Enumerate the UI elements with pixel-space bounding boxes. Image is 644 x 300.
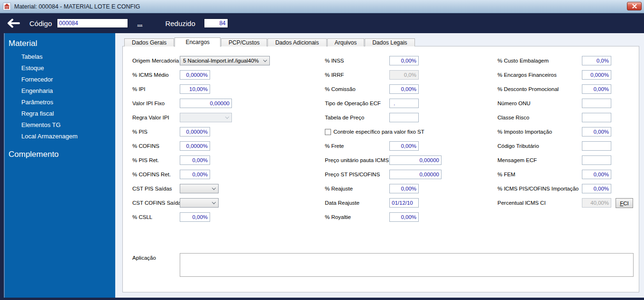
tab-arquivos[interactable]: Arquivos [327, 38, 365, 46]
pis-ret-label: % PIS Ret. [132, 157, 180, 163]
custo-embalagem-input[interactable] [582, 56, 611, 65]
fem-input[interactable] [582, 170, 611, 179]
form-row: % COFINS [132, 141, 210, 151]
sidebar-item-parametros[interactable]: Parâmetros [21, 99, 53, 106]
codigo-lookup-link[interactable]: ... [138, 20, 143, 27]
form-row: % FEM [497, 170, 611, 179]
navigation-toolbar: Código ... Reduzido [0, 13, 644, 33]
reajuste-label: % Reajuste [325, 186, 389, 191]
pis-label: % PIS [132, 129, 180, 135]
tab-dados-legais[interactable]: Dados Legais [365, 38, 414, 46]
form-row: Regra Valor IPI [132, 113, 232, 122]
codigo-label: Código [29, 19, 52, 27]
sidebar-item-local-armazenagem[interactable]: Local Armazenagem [21, 133, 78, 140]
fci-button[interactable]: FCI [616, 198, 633, 208]
regra-valor-ipi-label: Regra Valor IPI [132, 115, 180, 120]
sidebar-item-regra-fiscal[interactable]: Regra fiscal [21, 110, 54, 117]
numero-onu-label: Número ONU [497, 100, 582, 106]
data-reajuste-input[interactable] [389, 198, 419, 208]
form-row: % PIS Ret. [132, 155, 210, 165]
sidebar-accent-strip [0, 33, 5, 298]
reduzido-input[interactable] [204, 18, 228, 28]
chevron-down-icon [212, 200, 216, 204]
frete-input[interactable] [389, 141, 419, 151]
controle-st-checkbox[interactable] [325, 129, 331, 135]
codigo-tributario-label: Código Tributário [497, 143, 582, 149]
icms-pis-cofins-importacao-label: % ICMS PIS/COFINS Importação [497, 186, 582, 191]
sidebar-section-complemento[interactable]: Complemento [9, 150, 59, 159]
bottom-border-strip [0, 298, 644, 300]
preco-st-pis-cofins-input[interactable] [389, 170, 442, 179]
form-row: % COFINS Ret. [132, 170, 210, 179]
icms-pis-cofins-importacao-input[interactable] [582, 184, 611, 193]
classe-risco-input[interactable] [582, 113, 611, 122]
codigo-tributario-input[interactable] [582, 141, 611, 151]
chevron-down-icon [263, 58, 267, 62]
controle-st-label[interactable]: Controle específico para valor fixo ST [333, 129, 424, 135]
cst-cofins-saidas-select[interactable] [180, 198, 219, 208]
sidebar-item-fornecedor[interactable]: Fornecedor [21, 76, 53, 83]
csll-input[interactable] [180, 212, 210, 222]
mensagem-ecf-label: Mensagem ECF [497, 157, 582, 163]
tab-encargos[interactable]: Encargos [175, 37, 221, 47]
desconto-promocional-input[interactable] [582, 84, 611, 94]
form-row: % ICMS PIS/COFINS Importação [497, 184, 611, 193]
form-row: Controle específico para valor fixo ST [325, 127, 424, 136]
form-row: % Desconto Promocional [497, 84, 611, 94]
form-row: Preço unitário pauta ICMS [325, 155, 442, 165]
cofins-ret-input[interactable] [180, 170, 210, 179]
pis-input[interactable] [180, 127, 210, 136]
sidebar-item-estoque[interactable]: Estoque [21, 64, 44, 72]
window-title: Material: 000084 - MATERIAL LOTE E CONFI… [14, 3, 140, 10]
royaltie-input[interactable] [389, 212, 419, 222]
aplicacao-label: Aplicação [132, 255, 156, 261]
pis-ret-input[interactable] [180, 155, 210, 165]
valor-ipi-fixo-input[interactable] [180, 99, 232, 108]
aplicacao-textarea[interactable] [180, 253, 634, 277]
preco-pauta-icms-label: Preço unitário pauta ICMS [325, 157, 389, 163]
form-row: % IPI [132, 84, 210, 94]
preco-pauta-icms-input[interactable] [389, 155, 442, 165]
comissao-input[interactable] [389, 84, 419, 94]
form-row: Valor IPI Fixo [132, 99, 232, 108]
sidebar: Material Tabelas Estoque Fornecedor Enge… [0, 33, 115, 298]
sidebar-item-engenharia[interactable]: Engenharia [21, 87, 53, 94]
cst-pis-saidas-select[interactable] [180, 184, 219, 193]
back-button[interactable] [4, 16, 23, 30]
desconto-promocional-label: % Desconto Promocional [497, 86, 582, 92]
inss-input[interactable] [389, 56, 419, 65]
irrf-label: % IRRF [325, 72, 389, 78]
sidebar-item-elementos-tg[interactable]: Elementos TG [21, 121, 61, 128]
encargos-financeiros-input[interactable] [582, 70, 611, 80]
numero-onu-input[interactable] [582, 99, 611, 108]
origem-mercadoria-select[interactable]: 5 Nacional-Import.inf./igual40% [180, 56, 270, 65]
tipo-operacao-ecf-label: Tipo de Operação ECF [325, 100, 389, 106]
tab-dados-gerais[interactable]: Dados Gerais [124, 38, 174, 46]
tabela-preco-input[interactable] [389, 113, 419, 122]
form-row: % Comissão [325, 84, 419, 94]
cofins-ret-label: % COFINS Ret. [132, 172, 180, 177]
close-button[interactable] [627, 2, 642, 10]
tipo-operacao-ecf-input[interactable] [389, 99, 419, 108]
reajuste-input[interactable] [389, 184, 419, 193]
codigo-input[interactable] [57, 18, 128, 28]
form-row: % Royaltie [325, 212, 419, 222]
icms-medio-input[interactable] [180, 70, 210, 80]
valor-ipi-fixo-label: Valor IPI Fixo [132, 100, 180, 106]
preco-st-pis-cofins-label: Preço ST PIS/COFINS [325, 172, 389, 177]
sidebar-item-tabelas[interactable]: Tabelas [21, 53, 43, 60]
encargos-financeiros-label: % Encargos Financeiros [497, 72, 582, 78]
form-row: Número ONU [497, 99, 611, 108]
form-row: CST PIS Saídas [132, 184, 219, 193]
cofins-label: % COFINS [132, 143, 180, 149]
ipi-input[interactable] [180, 84, 210, 94]
imposto-importacao-input[interactable] [582, 127, 611, 136]
frete-label: % Frete [325, 143, 389, 149]
mensagem-ecf-input[interactable] [582, 155, 611, 165]
irrf-input [389, 70, 419, 80]
percentual-icms-ci-input [582, 198, 611, 208]
form-row: % CSLL [132, 212, 210, 222]
cofins-input[interactable] [180, 141, 210, 151]
tab-pcp-custos[interactable]: PCP/Custos [221, 38, 267, 46]
tab-dados-adicionais[interactable]: Dados Adicionais [267, 38, 326, 46]
